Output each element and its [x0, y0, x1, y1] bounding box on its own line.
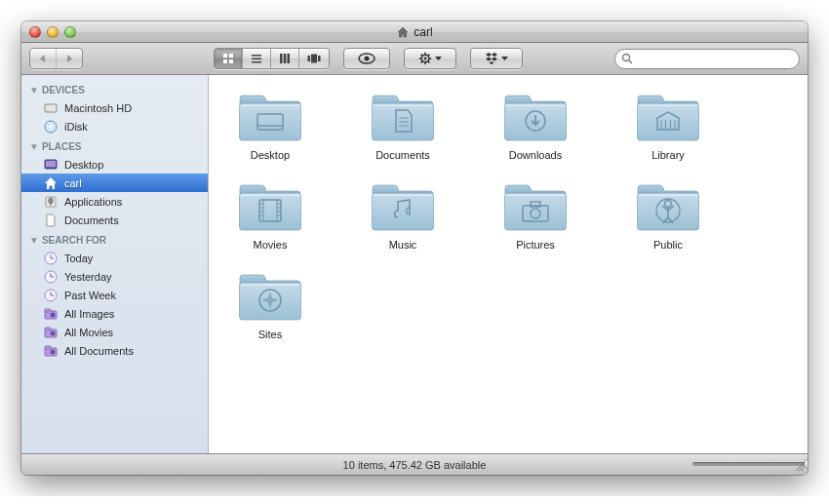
svg-rect-52 [240, 103, 301, 140]
svg-point-14 [365, 57, 370, 61]
folder-label: Music [389, 239, 417, 251]
sidebar-item[interactable]: carl [21, 174, 208, 192]
icon-view-button[interactable] [215, 49, 243, 68]
svg-rect-0 [223, 54, 227, 58]
svg-line-24 [421, 61, 423, 63]
svg-line-99 [802, 469, 804, 471]
svg-rect-86 [506, 195, 565, 197]
svg-rect-3 [229, 59, 233, 63]
folder-item[interactable]: Desktop [226, 93, 314, 161]
folder-icon [634, 182, 702, 233]
folder-label: Desktop [251, 149, 290, 161]
search-field[interactable] [614, 49, 800, 69]
column-view-button[interactable] [271, 49, 299, 68]
svg-rect-62 [506, 105, 565, 107]
gear-icon [418, 52, 432, 65]
svg-rect-4 [252, 55, 261, 57]
status-bar: 10 items, 475.42 GB available [21, 453, 808, 475]
svg-rect-53 [241, 105, 299, 107]
folder-label: Public [653, 239, 683, 251]
list-view-button[interactable] [243, 49, 271, 68]
svg-rect-6 [252, 61, 261, 63]
clock-icon [43, 288, 59, 303]
sidebar-item-label: All Documents [64, 345, 134, 357]
minimize-button[interactable] [47, 26, 59, 38]
home-icon [43, 175, 59, 191]
close-button[interactable] [29, 26, 41, 38]
search-input[interactable] [636, 53, 793, 64]
sidebar-item[interactable]: All Images [21, 304, 208, 323]
sidebar-item[interactable]: Yesterday [21, 267, 208, 286]
folder-icon [501, 182, 570, 233]
sidebar-header[interactable]: ▼PLACES [21, 136, 208, 155]
sidebar-item[interactable]: iDisk [21, 117, 208, 136]
zoom-button[interactable] [64, 26, 76, 38]
svg-rect-32 [46, 161, 56, 167]
svg-rect-50 [45, 346, 51, 349]
sidebar: ▼DEVICESMacintosh HDiDisk▼PLACESDesktopc… [21, 75, 209, 453]
coverflow-view-button[interactable] [299, 49, 329, 68]
quicklook-button[interactable] [343, 48, 390, 69]
sidebar-item-label: Applications [64, 196, 122, 208]
sidebar-item[interactable]: Past Week [21, 286, 208, 304]
svg-point-25 [623, 55, 630, 61]
sidebar-item-label: All Images [64, 308, 114, 320]
folder-item[interactable]: Public [624, 182, 712, 251]
sidebar-header[interactable]: ▼DEVICES [21, 79, 208, 98]
sidebar-item[interactable]: Applications [21, 192, 208, 211]
sidebar-item-label: Today [64, 252, 93, 264]
sidebar-item-label: Macintosh HD [64, 102, 132, 114]
folder-item[interactable]: Sites [226, 272, 314, 340]
sidebar-header-label: DEVICES [42, 85, 85, 96]
sidebar-header[interactable]: ▼SEARCH FOR [21, 229, 208, 249]
status-text: 10 items, 475.42 GB available [343, 459, 487, 471]
folder-item[interactable]: Music [359, 182, 447, 251]
svg-rect-70 [240, 193, 301, 230]
folder-label: Library [651, 149, 685, 161]
resize-handle[interactable] [793, 460, 805, 472]
sidebar-item[interactable]: Macintosh HD [21, 98, 208, 117]
doc-icon [43, 213, 59, 228]
sidebar-item[interactable]: Desktop [21, 155, 208, 174]
svg-rect-85 [505, 193, 567, 230]
zoom-slider[interactable] [692, 460, 786, 468]
folder-item[interactable]: Library [624, 93, 712, 161]
view-mode-buttons [214, 48, 330, 69]
folder-icon [236, 272, 304, 323]
folder-item[interactable]: Pictures [492, 182, 579, 251]
folder-icon [236, 93, 304, 143]
svg-rect-95 [241, 285, 299, 287]
sidebar-item[interactable]: Documents [21, 211, 208, 229]
svg-rect-91 [639, 195, 697, 197]
svg-rect-64 [638, 103, 699, 140]
forward-button[interactable] [57, 49, 82, 68]
folder-icon [236, 182, 304, 233]
search-icon [621, 53, 632, 64]
home-icon [396, 25, 410, 39]
folder-item[interactable]: Movies [226, 182, 314, 251]
dropbox-icon [485, 53, 498, 64]
titlebar: carl [21, 21, 808, 43]
svg-rect-83 [373, 193, 434, 230]
folder-icon [369, 93, 437, 143]
folder-item[interactable]: Documents [359, 93, 447, 161]
svg-rect-9 [288, 54, 291, 63]
svg-rect-8 [284, 54, 287, 63]
svg-rect-57 [374, 105, 432, 107]
action-menu-button[interactable] [404, 48, 456, 69]
back-button[interactable] [30, 49, 57, 68]
dropbox-button[interactable] [470, 48, 523, 69]
sidebar-item[interactable]: Today [21, 249, 208, 267]
nav-buttons [29, 48, 83, 69]
sidebar-item[interactable]: All Documents [21, 341, 208, 360]
sidebar-item-label: Desktop [64, 159, 103, 171]
folder-item[interactable]: Downloads [492, 93, 579, 161]
chevron-down-icon [501, 57, 508, 61]
sidebar-item[interactable]: All Movies [21, 323, 208, 341]
svg-rect-12 [318, 56, 321, 61]
content-area: Desktop Documents Downloads Library Movi… [209, 75, 808, 453]
svg-point-28 [47, 110, 49, 112]
svg-rect-44 [45, 309, 51, 312]
finder-window: carl ▼DEVICESMacintosh HDiDis [21, 21, 808, 475]
svg-point-48 [51, 330, 56, 335]
